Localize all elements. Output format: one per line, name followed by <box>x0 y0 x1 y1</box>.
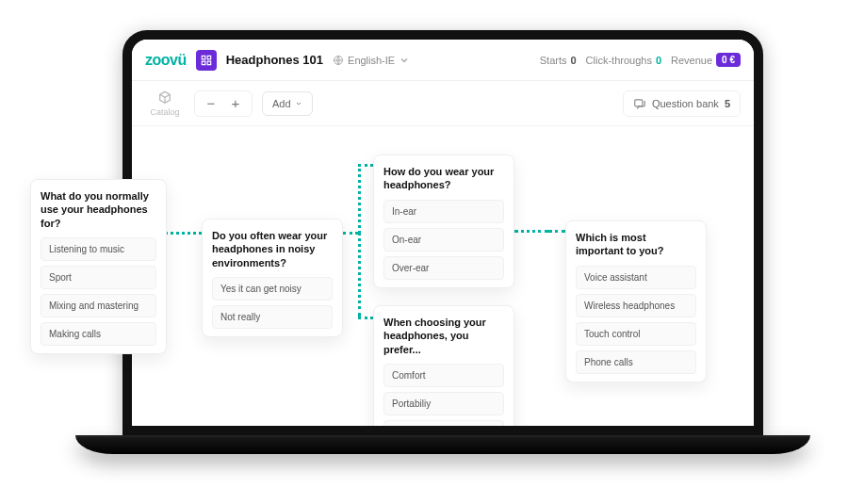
answer-option[interactable]: In-ear <box>383 200 504 223</box>
add-button[interactable]: Add <box>262 91 313 116</box>
cube-icon <box>157 90 172 106</box>
editor-toolbar: Catalog − + Add Question bank 5 <box>132 81 754 126</box>
chevron-down-icon <box>295 100 302 107</box>
answer-option[interactable]: Making calls <box>41 322 156 346</box>
answer-option[interactable]: Voice assistant <box>576 266 696 289</box>
zoom-group: − + <box>194 90 253 117</box>
zoovu-logo: zoovü <box>145 52 187 69</box>
revenue-stat: Revenue 0 € <box>671 53 741 67</box>
project-icon[interactable] <box>196 50 217 71</box>
laptop-base <box>75 435 810 454</box>
flow-canvas[interactable]: Do you often wear your headphones in noi… <box>132 126 754 426</box>
svg-rect-1 <box>635 99 643 106</box>
question-bank-button[interactable]: Question bank 5 <box>623 90 741 117</box>
answer-option[interactable]: Yes it can get noisy <box>212 277 333 301</box>
answer-option[interactable]: Phone calls <box>576 350 696 374</box>
answer-option[interactable]: Portabiliy <box>383 392 504 415</box>
chevron-down-icon <box>399 55 410 66</box>
answer-option[interactable]: Sport <box>41 266 156 289</box>
question-card[interactable]: When choosing your headphones, you prefe… <box>373 305 514 426</box>
zoom-out-button[interactable]: − <box>199 91 223 116</box>
language-label: English-IE <box>348 55 395 66</box>
connector <box>358 164 373 167</box>
question-card[interactable]: Do you often wear your headphones in noi… <box>202 219 343 337</box>
answer-option[interactable]: Not really <box>212 305 333 329</box>
laptop-frame: zoovü Headphones 101 English-IE Starts 0 <box>122 30 763 435</box>
answer-option[interactable]: Comfort <box>383 364 504 387</box>
answer-option[interactable]: Over-ear <box>383 256 504 280</box>
answer-option[interactable]: Touch control <box>576 322 696 346</box>
zoom-in-button[interactable]: + <box>223 91 248 116</box>
answer-option[interactable]: Sound quality <box>383 420 504 426</box>
question-text: Do you often wear your headphones in noi… <box>212 229 333 269</box>
project-title: Headphones 101 <box>226 53 323 67</box>
starts-stat: Starts 0 <box>540 55 577 66</box>
app-screen: zoovü Headphones 101 English-IE Starts 0 <box>132 40 754 426</box>
answer-option[interactable]: Listening to music <box>41 237 156 261</box>
question-card[interactable]: Which is most important to you? Voice as… <box>565 220 707 382</box>
language-selector[interactable]: English-IE <box>333 55 410 66</box>
connector <box>358 164 361 234</box>
answer-option[interactable]: On-ear <box>383 228 504 252</box>
question-card-overflow[interactable]: What do you normally use your headphones… <box>30 179 167 354</box>
connector <box>358 317 373 319</box>
question-card[interactable]: How do you wear your headphones? In-ear … <box>373 154 514 288</box>
catalog-sidebar-item[interactable]: Catalog <box>145 90 185 117</box>
connector <box>358 232 361 317</box>
connector <box>514 230 548 233</box>
question-text: Which is most important to you? <box>576 231 696 258</box>
connector <box>548 230 565 233</box>
question-text: How do you wear your headphones? <box>383 165 504 192</box>
top-bar: zoovü Headphones 101 English-IE Starts 0 <box>132 40 754 81</box>
question-text: When choosing your headphones, you prefe… <box>383 316 504 356</box>
answer-option[interactable]: Wireless headphones <box>576 294 696 317</box>
connector <box>343 232 358 235</box>
globe-icon <box>333 55 344 66</box>
question-text: What do you normally use your headphones… <box>41 189 156 230</box>
clickthroughs-stat: Click-throughs 0 <box>586 55 661 66</box>
answer-option[interactable]: Mixing and mastering <box>41 294 156 317</box>
question-bank-icon <box>633 97 646 110</box>
